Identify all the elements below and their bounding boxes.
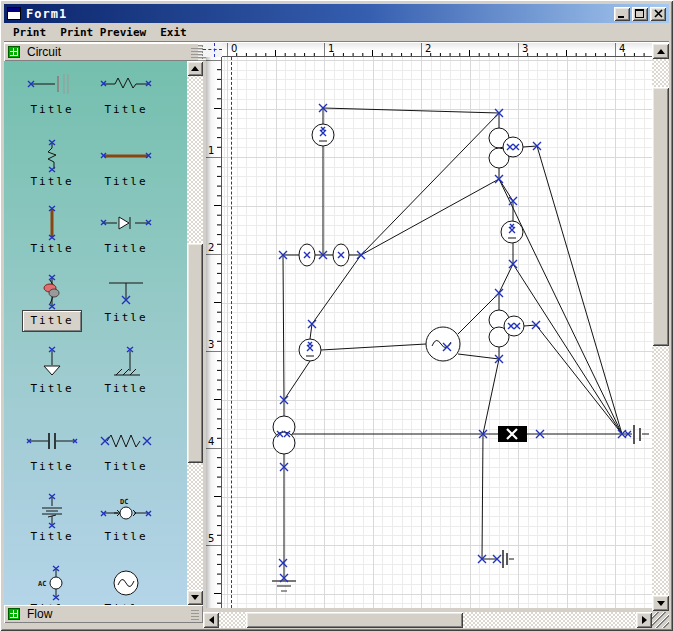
palette-item-earth-ground[interactable]: Title bbox=[92, 346, 160, 404]
canvas-scroll-up-button[interactable] bbox=[652, 43, 669, 59]
transformer-3w-middle[interactable] bbox=[489, 310, 524, 347]
palette-item-dc-source[interactable]: DC Title bbox=[92, 494, 160, 552]
svg-text:AC: AC bbox=[38, 580, 46, 588]
category-grid-icon bbox=[8, 46, 20, 58]
canvas-scroll-down-button[interactable] bbox=[652, 595, 669, 611]
h-ruler-label: 4 bbox=[619, 43, 625, 54]
palette-scroll-down-button[interactable] bbox=[187, 590, 203, 605]
palette-item-label-selected: Title bbox=[22, 310, 81, 332]
h-ruler-label: 0 bbox=[231, 43, 237, 54]
capacitor-right[interactable] bbox=[625, 425, 640, 444]
palette-item-resistor-zigzag[interactable]: Title bbox=[92, 424, 160, 482]
h-ruler-label: 3 bbox=[522, 43, 528, 54]
bus-instrument-2[interactable] bbox=[333, 244, 349, 266]
palette-header-circuit[interactable]: Circuit bbox=[4, 43, 203, 61]
ground-symbol[interactable] bbox=[272, 581, 296, 591]
up-arrow-icon bbox=[657, 49, 665, 54]
h-ruler-ticks bbox=[222, 43, 652, 57]
palette-item-label: Title bbox=[104, 311, 147, 324]
capacitor-h-icon bbox=[25, 424, 79, 458]
palette-item-diode[interactable]: Title bbox=[92, 206, 160, 264]
right-arrow-icon bbox=[642, 616, 647, 624]
palette-item-label: Title bbox=[104, 103, 147, 116]
canvas-hscroll-thumb[interactable] bbox=[246, 612, 463, 628]
maximize-button[interactable] bbox=[632, 7, 648, 21]
palette-item-terminal[interactable]: Title bbox=[92, 275, 160, 333]
svg-text:DC: DC bbox=[120, 498, 128, 506]
palette-item-battery-v[interactable]: Title bbox=[18, 494, 86, 552]
palette-item-inductor[interactable]: Title bbox=[18, 139, 86, 197]
schematic-canvas[interactable] bbox=[222, 57, 652, 608]
canvas-vscroll-thumb[interactable] bbox=[652, 87, 669, 346]
battery-v-icon bbox=[35, 494, 69, 528]
resize-grip[interactable] bbox=[652, 612, 669, 628]
sine-source-icon bbox=[109, 566, 143, 600]
palette-scrollbar[interactable] bbox=[187, 61, 203, 605]
palette-item-led-selected[interactable]: Title bbox=[18, 275, 86, 333]
palette-scrollbar-thumb[interactable] bbox=[187, 243, 203, 463]
bus-instrument-1[interactable] bbox=[299, 244, 315, 266]
palette-item-label: Title bbox=[104, 530, 147, 543]
canvas-vertical-scrollbar[interactable] bbox=[652, 43, 669, 611]
breaker-top-left[interactable] bbox=[312, 124, 334, 146]
canvas-horizontal-scrollbar[interactable] bbox=[203, 612, 652, 628]
battery-terminal-h-icon bbox=[25, 67, 79, 101]
breaker-right-chain[interactable] bbox=[501, 221, 523, 243]
palette-item-label: Title bbox=[30, 530, 73, 543]
v-ruler-label: 2 bbox=[208, 242, 214, 253]
menu-exit[interactable]: Exit bbox=[160, 26, 187, 39]
arrow-terminal-icon bbox=[37, 346, 67, 380]
dc-source-icon: DC bbox=[99, 494, 153, 528]
palette-item-label: Title bbox=[30, 382, 73, 395]
earth-ground-icon bbox=[106, 346, 146, 380]
form-icon bbox=[7, 7, 21, 20]
canvas-scroll-left-button[interactable] bbox=[203, 612, 219, 628]
palette-item-battery-terminal[interactable]: Title bbox=[18, 67, 86, 125]
breaker-mid-left[interactable] bbox=[299, 339, 321, 361]
close-button[interactable] bbox=[650, 7, 666, 21]
palette-item-arrow-terminal[interactable]: Title bbox=[18, 346, 86, 404]
capacitor-bottom[interactable] bbox=[503, 550, 507, 568]
palette-items: Title Title bbox=[4, 61, 203, 605]
vertical-ruler: 1 2 3 4 5 bbox=[206, 57, 222, 608]
palette-item-label: Title bbox=[104, 382, 147, 395]
terminal-t-icon bbox=[103, 275, 149, 309]
palette-item-ac-source[interactable]: AC Title bbox=[18, 566, 86, 605]
diode-h-icon bbox=[99, 206, 153, 240]
palette-item-wire-h[interactable]: Title bbox=[92, 139, 160, 197]
horizontal-ruler: 0 1 2 3 4 bbox=[222, 43, 652, 57]
window-title: Form1 bbox=[26, 7, 612, 21]
minimize-button[interactable] bbox=[614, 7, 630, 21]
selected-component-black-box[interactable] bbox=[498, 426, 527, 442]
palette-header-label: Circuit bbox=[27, 45, 191, 59]
wire-h-icon bbox=[99, 139, 153, 173]
v-ruler-label: 4 bbox=[208, 436, 214, 447]
palette-item-wire-v[interactable]: Title bbox=[18, 206, 86, 264]
canvas-scroll-right-button[interactable] bbox=[636, 612, 652, 628]
transformer-2w-left[interactable] bbox=[273, 416, 295, 454]
palette-item-label: Title bbox=[30, 103, 73, 116]
palette-item-sine-source[interactable]: Title bbox=[92, 566, 160, 605]
inductor-v-icon bbox=[39, 139, 65, 173]
resistor-h-icon bbox=[99, 67, 153, 101]
palette-item-resistor[interactable]: Title bbox=[92, 67, 160, 125]
ruler-origin-crosshair bbox=[203, 43, 222, 57]
palette-item-capacitor[interactable]: Title bbox=[18, 424, 86, 482]
led-v-icon bbox=[37, 275, 67, 309]
down-arrow-icon bbox=[657, 601, 665, 606]
transformer-3w-top[interactable] bbox=[489, 128, 523, 168]
h-ruler-label: 2 bbox=[425, 43, 431, 54]
circuit-drawing[interactable] bbox=[222, 57, 652, 608]
palette-item-label: Title bbox=[30, 460, 73, 473]
palette-header-flow[interactable]: Flow bbox=[4, 605, 203, 623]
title-bar[interactable]: Form1 bbox=[4, 4, 669, 23]
close-icon bbox=[654, 9, 663, 18]
palette-scroll-up-button[interactable] bbox=[187, 61, 203, 76]
generator-sine[interactable] bbox=[426, 327, 460, 361]
category-grid-icon bbox=[8, 608, 20, 620]
resistor-zigzag-icon bbox=[99, 424, 153, 458]
ac-source-icon: AC bbox=[32, 566, 72, 600]
menu-print-preview[interactable]: Print Preview bbox=[60, 26, 146, 39]
v-ruler-label: 5 bbox=[208, 533, 214, 544]
menu-print[interactable]: Print bbox=[13, 26, 46, 39]
